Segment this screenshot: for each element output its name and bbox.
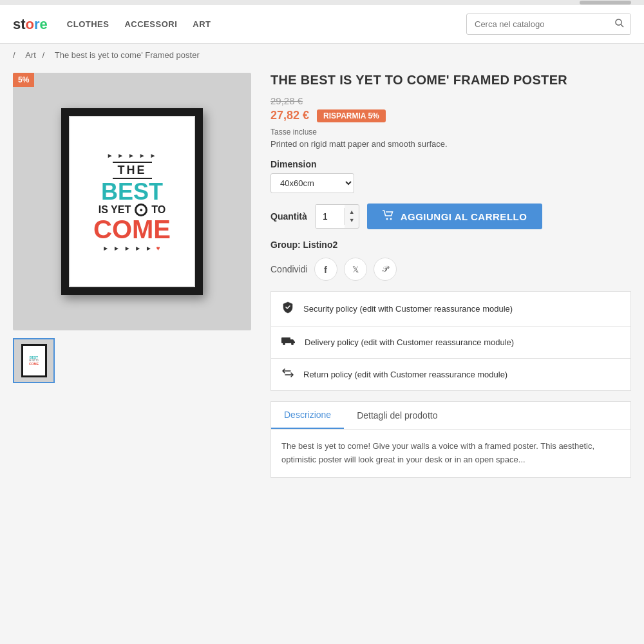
search-input[interactable] [467, 15, 609, 33]
left-column: 5% ► ► ► ► ► THE BEST IS YET ● TO COME [13, 73, 251, 478]
qty-input[interactable] [316, 205, 345, 228]
search-box [466, 14, 631, 35]
svg-point-6 [291, 343, 294, 345]
poster-come: COME [93, 216, 171, 242]
main-nav: CLOTHES ACCESSORI ART [67, 19, 211, 29]
thumb-inner: BEST IS YET TO COME [23, 346, 45, 375]
product-image-wrapper: 5% ► ► ► ► ► THE BEST IS YET ● TO COME [13, 73, 251, 330]
truck-icon [281, 336, 296, 346]
price-row: 27,82 € RISPARMIA 5% [270, 109, 631, 122]
material-info: Printed on rigid matt paper and smooth s… [270, 139, 631, 149]
cart-svg-icon [383, 210, 394, 220]
scrollbar-area [0, 0, 644, 5]
scrollbar-thumb[interactable] [580, 1, 631, 5]
dimension-select[interactable]: 40x60cm 50x70cm 70x100cm [270, 173, 354, 193]
tab-content-descrizione: The best is yet to come! Give your walls… [271, 430, 630, 477]
delivery-icon [281, 336, 296, 349]
right-column: THE BEST IS YET TO COME' FRAMED POSTER 2… [270, 73, 631, 478]
breadcrumb-current: The best is yet to come' Framed poster [55, 50, 200, 60]
main-content: 5% ► ► ► ► ► THE BEST IS YET ● TO COME [0, 66, 644, 491]
return-policy-item: Return policy (edit with Customer reassu… [271, 359, 630, 390]
poster-the: THE [113, 162, 152, 179]
logo[interactable]: store [13, 16, 48, 33]
tabs-section: Descrizione Dettagli del prodotto The be… [270, 401, 631, 478]
facebook-button[interactable]: f [314, 258, 337, 281]
svg-point-3 [390, 218, 392, 220]
facebook-icon: f [324, 264, 327, 275]
heart-icon: ♥ [156, 245, 162, 252]
breadcrumb-home[interactable]: / [13, 50, 15, 60]
svg-point-2 [386, 218, 388, 220]
search-icon [615, 19, 624, 28]
qty-row: Quantità ▲ ▼ AGGIUNGI AL CARRELLO [270, 204, 631, 229]
group-info: Group: Listino2 [270, 240, 631, 250]
search-button[interactable] [609, 14, 630, 34]
security-policy-item: Security policy (edit with Customer reas… [271, 292, 630, 327]
thumb-poster: BEST IS YET TO COME [21, 344, 47, 377]
delivery-policy-text: Delivery policy (edit with Customer reas… [305, 337, 514, 347]
breadcrumb-separator2: / [43, 50, 47, 60]
price-original: 29,28 € [270, 95, 631, 106]
qty-up-button[interactable]: ▲ [345, 208, 359, 216]
tab-descrizione[interactable]: Descrizione [271, 402, 344, 429]
return-icon [281, 368, 294, 381]
policy-box: Security policy (edit with Customer reas… [270, 291, 631, 391]
qty-label: Quantità [270, 211, 307, 222]
poster-is-yet: IS YET ● TO [99, 204, 166, 216]
condividi-label: Condividi [270, 264, 308, 274]
nav-accessori[interactable]: ACCESSORI [124, 19, 177, 29]
return-policy-text: Return policy (edit with Customer reassu… [303, 370, 507, 379]
poster-best: BEST [101, 180, 163, 204]
product-title: THE BEST IS YET TO COME' FRAMED POSTER [270, 73, 631, 88]
nav-art[interactable]: ART [193, 19, 211, 29]
poster-arrows-top: ► ► ► ► ► [107, 152, 158, 159]
twitter-button[interactable]: 𝕏 [344, 258, 367, 281]
breadcrumb: / Art / The best is yet to come' Framed … [0, 44, 644, 66]
svg-point-0 [616, 19, 621, 25]
discount-badge: 5% [13, 73, 34, 87]
risparmia-badge: RISPARMIA 5% [317, 109, 386, 122]
product-image-main: ► ► ► ► ► THE BEST IS YET ● TO COME ► ► … [13, 73, 251, 330]
qty-wrapper: ▲ ▼ [315, 204, 359, 229]
twitter-icon: 𝕏 [352, 265, 359, 274]
thumb-come-text: COME [29, 362, 39, 366]
poster-frame: ► ► ► ► ► THE BEST IS YET ● TO COME ► ► … [61, 108, 203, 295]
header: store CLOTHES ACCESSORI ART [0, 5, 644, 44]
shield-icon [281, 301, 294, 314]
nav-clothes[interactable]: CLOTHES [67, 19, 109, 29]
pinterest-button[interactable]: 𝒫 [374, 258, 397, 281]
dimension-label: Dimension [270, 159, 631, 169]
add-to-cart-button[interactable]: AGGIUNGI AL CARRELLO [367, 204, 543, 229]
poster-arrows-bottom: ► ► ► ► ► ♥ [102, 245, 161, 252]
add-to-cart-label: AGGIUNGI AL CARRELLO [401, 211, 527, 222]
tabs-header: Descrizione Dettagli del prodotto [271, 402, 630, 430]
qty-controls: ▲ ▼ [345, 208, 359, 225]
header-left: store CLOTHES ACCESSORI ART [13, 16, 211, 33]
poster-inner: ► ► ► ► ► THE BEST IS YET ● TO COME ► ► … [69, 116, 195, 287]
breadcrumb-art[interactable]: Art [25, 50, 36, 60]
delivery-policy-item: Delivery policy (edit with Customer reas… [271, 327, 630, 359]
thumbnail-1[interactable]: BEST IS YET TO COME [13, 338, 55, 383]
condividi-row: Condividi f 𝕏 𝒫 [270, 258, 631, 281]
arrows-icon [281, 368, 294, 378]
cart-icon [383, 210, 394, 223]
price-current: 27,82 € [270, 109, 309, 122]
security-policy-text: Security policy (edit with Customer reas… [303, 304, 513, 314]
svg-rect-4 [281, 337, 290, 343]
svg-line-1 [621, 24, 623, 27]
security-icon [281, 301, 294, 317]
thumbnails: BEST IS YET TO COME [13, 338, 251, 383]
svg-point-5 [283, 343, 285, 345]
poster-circle-o: ● [135, 204, 147, 216]
pinterest-icon: 𝒫 [382, 264, 388, 274]
arrows-text: ► ► ► ► ► [102, 245, 153, 252]
tab-dettagli[interactable]: Dettagli del prodotto [344, 402, 450, 429]
qty-down-button[interactable]: ▼ [345, 216, 359, 225]
tax-info: Tasse incluse [270, 128, 631, 137]
